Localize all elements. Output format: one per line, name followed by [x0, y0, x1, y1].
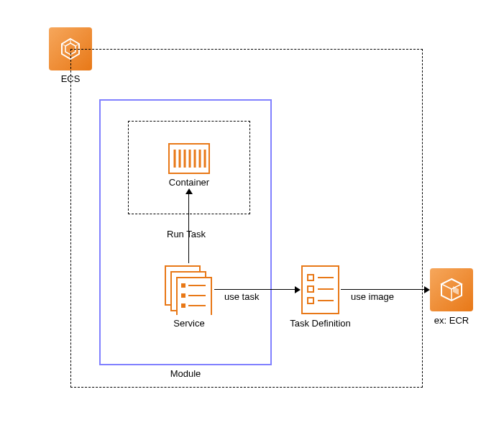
container-icon [168, 142, 211, 175]
ecr-icon [430, 268, 473, 311]
arrow-use-image-label: use image [351, 291, 394, 302]
arrow-use-image-line [341, 289, 424, 290]
arrow-run-task-head [185, 188, 193, 194]
svg-rect-18 [181, 293, 185, 298]
ecr-label: ex: ECR [430, 315, 473, 326]
ecr-svg-icon [437, 275, 466, 304]
arrow-use-image-head [424, 286, 430, 293]
service-svg-icon [164, 265, 214, 315]
arrow-use-task-label: use task [224, 291, 259, 302]
service-label: Service [164, 318, 214, 329]
svg-marker-30 [441, 279, 462, 289]
service-icon [164, 265, 214, 317]
svg-rect-16 [181, 283, 185, 288]
svg-rect-20 [181, 303, 185, 308]
container-label: Container [157, 177, 221, 188]
arrow-use-task-head [295, 286, 301, 293]
arrow-use-task-line [214, 289, 295, 290]
task-definition-svg-icon [301, 265, 340, 315]
arrow-run-task-label: Run Task [167, 229, 206, 239]
task-definition-icon [301, 265, 340, 317]
module-label: Module [99, 368, 272, 379]
task-definition-label: Task Definition [286, 318, 354, 329]
container-svg-icon [168, 142, 211, 175]
